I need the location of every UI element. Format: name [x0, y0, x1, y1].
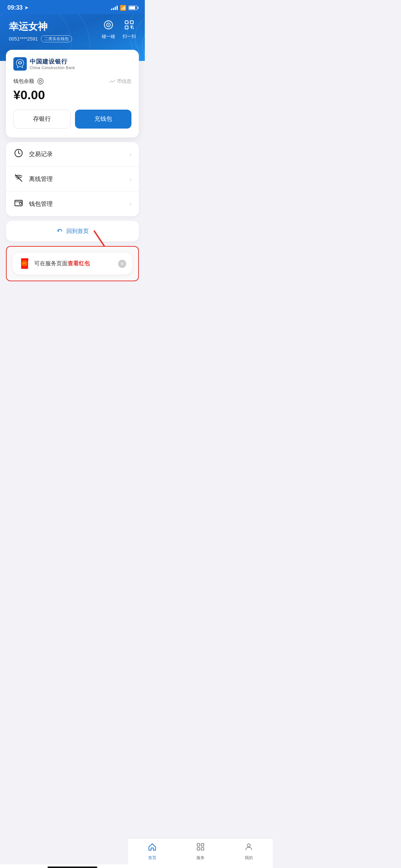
- bank-name-en: China Construction Bank: [30, 66, 75, 70]
- red-envelope-static-text: 可在服务页面: [34, 260, 68, 266]
- balance-label-row: 钱包余额 币信息: [13, 78, 131, 85]
- chevron-right-icon-1: ›: [130, 151, 131, 157]
- svg-rect-19: [19, 203, 22, 204]
- balance-label-text: 钱包余额: [13, 78, 34, 85]
- user-name: 幸运女神: [9, 20, 72, 33]
- return-icon: [56, 227, 63, 235]
- transaction-record-label: 交易记录: [29, 150, 130, 158]
- main-card: 中国建设银行 China Construction Bank 钱包余额 币信息 …: [6, 50, 139, 137]
- svg-rect-18: [15, 200, 22, 206]
- currency-info-text: 币信息: [117, 78, 131, 85]
- red-envelope-close-button[interactable]: ✕: [118, 260, 126, 268]
- bank-name-container: 中国建设银行 China Construction Bank: [30, 58, 75, 70]
- account-number: 0051****2591: [9, 36, 38, 42]
- red-envelope-icon: 🧧: [19, 258, 30, 269]
- signal-bars: [111, 6, 118, 10]
- wallet-icon: [13, 198, 24, 210]
- chevron-right-icon-3: ›: [130, 201, 131, 207]
- status-time: 09:33 ➤: [7, 4, 28, 11]
- return-home-label: 回到首页: [66, 228, 89, 235]
- account-info: 0051****2591 二类实名钱包: [9, 35, 72, 42]
- recharge-wallet-button[interactable]: 充钱包: [75, 110, 131, 129]
- location-icon: ➤: [25, 5, 28, 10]
- offline-management-label: 离线管理: [29, 175, 130, 183]
- red-envelope-notification: 🧧 可在服务页面查看红包 ✕: [13, 253, 132, 275]
- currency-info[interactable]: 币信息: [110, 78, 131, 85]
- time-display: 09:33: [7, 4, 23, 11]
- deposit-bank-button[interactable]: 存银行: [13, 110, 71, 129]
- header-title: 幸运女神 0051****2591 二类实名钱包: [9, 20, 72, 42]
- balance-section: 钱包余额 币信息 ¥0.00: [13, 78, 131, 102]
- red-envelope-link-text[interactable]: 查看红包: [68, 260, 90, 266]
- svg-point-14: [38, 79, 43, 84]
- balance-amount: ¥0.00: [13, 88, 131, 102]
- eye-icon[interactable]: [37, 78, 44, 85]
- clock-icon: [13, 149, 24, 160]
- chevron-right-icon-2: ›: [130, 176, 131, 182]
- wallet-management-label: 钱包管理: [29, 200, 130, 208]
- wifi-icon: 📶: [120, 5, 126, 11]
- red-envelope-area: 🧧 可在服务页面查看红包 ✕: [6, 246, 139, 281]
- transaction-record-item[interactable]: 交易记录 ›: [6, 142, 139, 167]
- bank-logo: 中国建设银行 China Construction Bank: [13, 57, 131, 71]
- red-envelope-text: 可在服务页面查看红包: [34, 260, 114, 267]
- trend-icon: [110, 80, 115, 83]
- svg-point-15: [39, 80, 42, 82]
- offline-icon: [13, 174, 24, 185]
- red-envelope-border: 🧧 可在服务页面查看红包 ✕: [6, 246, 139, 281]
- battery-icon: [128, 6, 137, 10]
- action-buttons: 存银行 充钱包: [13, 110, 131, 129]
- wallet-management-item[interactable]: 钱包管理 ›: [6, 192, 139, 216]
- ccb-logo-icon: [13, 57, 27, 71]
- status-icons: 📶: [111, 5, 137, 11]
- offline-management-item[interactable]: 离线管理 ›: [6, 167, 139, 192]
- list-section: 交易记录 › 离线管理 › 钱包管理 ›: [6, 142, 139, 216]
- status-bar: 09:33 ➤ 📶: [0, 0, 145, 14]
- account-badge: 二类实名钱包: [41, 35, 72, 42]
- return-home-button[interactable]: 回到首页: [6, 221, 139, 242]
- bank-name-cn: 中国建设银行: [30, 58, 75, 66]
